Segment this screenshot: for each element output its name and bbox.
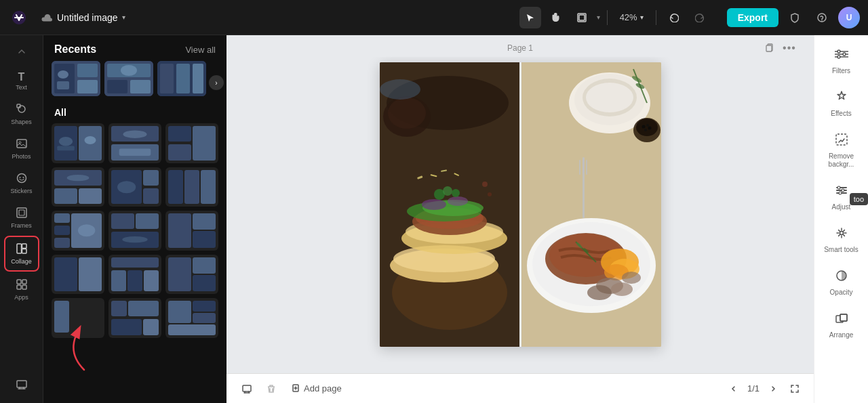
delete-bottom-button[interactable]	[262, 379, 281, 398]
svg-point-72	[380, 79, 420, 100]
photos-icon	[16, 137, 28, 152]
svg-rect-14	[22, 244, 26, 249]
shield-icon-button[interactable]	[784, 7, 806, 28]
collage-grid-scroll[interactable]	[43, 123, 226, 403]
doc-title-area: Untitled image ▾	[41, 12, 125, 23]
toolbar-divider2	[656, 10, 656, 25]
svg-point-61	[422, 199, 446, 210]
rp-opacity[interactable]: Opacity	[818, 262, 865, 303]
collage-image-right[interactable]	[521, 62, 661, 347]
sidebar-item-apps[interactable]: Apps	[4, 273, 39, 306]
collage-canvas[interactable]	[380, 62, 661, 347]
help-icon-button[interactable]	[811, 7, 833, 28]
stickers-icon	[16, 172, 28, 186]
panel-recents-title: Recents	[54, 43, 96, 56]
page-copy-icon[interactable]	[761, 40, 777, 56]
sidebar-item-text[interactable]: T Text	[4, 66, 39, 96]
remove-bg-label: Remove backgr...	[821, 152, 862, 169]
present-bottom-button[interactable]	[237, 379, 256, 398]
document-title[interactable]: Untitled image	[57, 12, 118, 23]
collage-layout-10[interactable]	[52, 255, 104, 295]
title-chevron-icon[interactable]: ▾	[122, 14, 125, 21]
zoom-value: 42%	[620, 12, 637, 22]
sidebar-collapse-button[interactable]	[11, 41, 33, 62]
next-arrow-button[interactable]: ›	[209, 75, 224, 90]
collage-image-left[interactable]	[380, 62, 519, 347]
recent-thumb-3[interactable]	[157, 61, 206, 96]
svg-rect-20	[17, 381, 26, 387]
rp-effects[interactable]: Effects	[818, 83, 865, 125]
svg-point-105	[587, 285, 612, 300]
svg-point-3	[818, 14, 826, 22]
svg-point-7	[19, 142, 21, 144]
opacity-icon	[835, 269, 848, 286]
sidebar-item-present[interactable]	[4, 373, 39, 398]
collage-layout-15[interactable]	[165, 298, 218, 338]
sidebar-item-frames[interactable]: Frames	[4, 201, 39, 234]
sidebar-item-shapes[interactable]: Shapes	[4, 98, 39, 131]
svg-rect-26	[77, 64, 98, 77]
page-more-icon[interactable]: •••	[781, 40, 797, 56]
view-all-button[interactable]: View all	[185, 45, 216, 55]
collage-layout-6[interactable]	[165, 167, 218, 207]
redo-button[interactable]	[689, 7, 711, 28]
add-page-button[interactable]: Add page	[286, 381, 347, 396]
rp-adjust[interactable]: Adjust	[818, 177, 865, 218]
svg-point-129	[840, 232, 843, 235]
svg-rect-32	[107, 80, 127, 93]
collage-layout-9[interactable]	[165, 211, 218, 251]
select-tool-button[interactable]	[519, 7, 541, 28]
sidebar-item-stickers[interactable]: Stickers	[4, 167, 39, 200]
page-prev-button[interactable]	[726, 381, 742, 397]
fullscreen-button[interactable]	[787, 381, 803, 397]
undo-button[interactable]	[663, 7, 685, 28]
zoom-control[interactable]: 42% ▾	[614, 9, 649, 25]
svg-point-86	[642, 125, 645, 129]
zoom-chevron-icon: ▾	[640, 14, 644, 21]
collage-layout-4[interactable]	[52, 167, 104, 207]
svg-point-107	[622, 272, 641, 284]
collage-layout-2[interactable]	[108, 123, 161, 163]
collage-layout-13[interactable]	[52, 298, 104, 338]
cloud-icon	[41, 13, 53, 22]
rp-filters[interactable]: Filters	[818, 41, 865, 82]
hand-tool-button[interactable]	[545, 7, 567, 28]
collage-layout-1[interactable]	[52, 123, 104, 163]
svg-point-106	[611, 282, 633, 296]
svg-point-28	[58, 70, 68, 79]
recent-thumb-2[interactable]	[104, 61, 153, 96]
collage-layout-7[interactable]	[52, 211, 104, 251]
svg-point-74	[488, 192, 492, 196]
collage-layout-14[interactable]	[108, 298, 161, 338]
smart-tools-icon	[835, 226, 848, 243]
page-next-button[interactable]	[765, 381, 781, 397]
user-avatar[interactable]: U	[838, 7, 860, 28]
toolbar-tools: ▾ 42% ▾	[519, 7, 711, 28]
frame-chevron-icon[interactable]: ▾	[597, 14, 600, 21]
collage-layout-8[interactable]	[108, 211, 161, 251]
frame-tool-button[interactable]	[571, 7, 593, 28]
logo-button[interactable]	[8, 7, 30, 28]
sidebar-item-collage[interactable]: Collage	[4, 236, 39, 272]
rp-arrange[interactable]: Arrange	[818, 305, 865, 346]
collage-layout-12[interactable]	[165, 255, 218, 295]
rp-remove-bg[interactable]: Remove backgr...	[818, 126, 865, 175]
sidebar-item-photos[interactable]: Photos	[4, 132, 39, 165]
svg-point-4	[18, 106, 25, 112]
recent-thumb-1[interactable]	[52, 61, 100, 96]
svg-point-42	[123, 130, 147, 138]
opacity-label: Opacity	[830, 289, 853, 297]
page-label: Page 1	[507, 43, 533, 53]
right-panel: Filters Effects Remove backgr...	[814, 35, 868, 403]
collage-layout-5[interactable]	[108, 167, 161, 207]
collage-layout-3[interactable]	[165, 123, 218, 163]
canvas-content	[226, 57, 814, 373]
export-button[interactable]: Export	[727, 8, 778, 27]
svg-rect-13	[17, 244, 22, 253]
rp-smart-tools[interactable]: Smart tools	[818, 219, 865, 261]
collage-layout-11[interactable]	[108, 255, 161, 295]
svg-rect-5	[17, 104, 20, 108]
svg-rect-19	[22, 285, 26, 289]
filters-label: Filters	[832, 67, 850, 75]
svg-rect-38	[193, 64, 203, 93]
